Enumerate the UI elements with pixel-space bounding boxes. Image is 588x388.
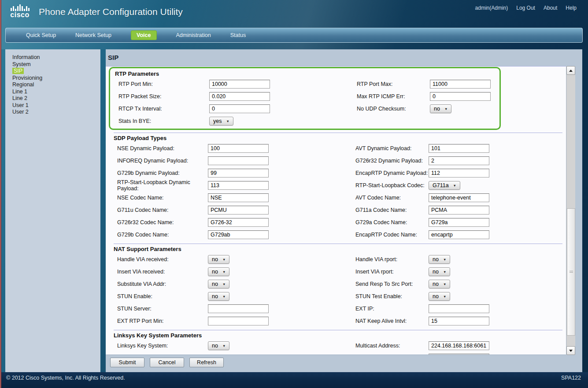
ext-rtp-port-min-input[interactable]: [208, 317, 269, 325]
g729a-codec-name-input[interactable]: [429, 218, 489, 227]
no-udp-checksum-select[interactable]: no▼: [430, 104, 451, 113]
g711u-codec-name-input[interactable]: [208, 206, 269, 214]
vertical-scrollbar[interactable]: [566, 66, 575, 355]
section-title: Linksys Key System Parameters: [106, 330, 566, 340]
substitute-via-addr-select[interactable]: no▼: [208, 280, 229, 288]
nse-codec-name-input[interactable]: [208, 193, 269, 202]
rtcp-tx-interval-input[interactable]: [209, 104, 270, 113]
field-input[interactable]: [429, 354, 489, 355]
rtp-start-loopback-codec-select[interactable]: G711a▼: [429, 181, 460, 190]
nat-keep-alive-intvl-label: NAT Keep Alive Intvl:: [355, 318, 429, 324]
rtp-port-min-input[interactable]: [209, 80, 270, 89]
form-row: Stats In BYE:yes▼: [110, 115, 499, 127]
field-cell: no▼: [208, 267, 355, 276]
refresh-button[interactable]: Refresh: [189, 358, 224, 367]
tab-administration[interactable]: Administration: [166, 32, 221, 38]
select-value: yes: [213, 118, 222, 124]
stun-enable-select[interactable]: no▼: [208, 292, 229, 301]
field-select[interactable]: ▼: [208, 355, 223, 355]
sidebar-item-label: Information: [12, 54, 40, 60]
stats-in-bye-select[interactable]: yes▼: [209, 117, 233, 126]
log-out-link[interactable]: Log Out: [516, 5, 535, 11]
dropdown-arrow-icon: ▼: [443, 282, 446, 286]
sidebar-item-line-1[interactable]: Line 1: [5, 89, 100, 96]
scrollbar-track[interactable]: [566, 75, 575, 346]
scrollbar-thumb[interactable]: [567, 208, 575, 336]
field-cell: [208, 193, 355, 202]
insert-via-received-select[interactable]: no▼: [208, 267, 229, 276]
nat-keep-alive-intvl-input[interactable]: [429, 317, 489, 325]
stun-server-input[interactable]: [208, 304, 269, 313]
field-cell: [208, 206, 355, 214]
g729b-dynamic-payload-input[interactable]: [208, 169, 269, 177]
tab-voice[interactable]: Voice: [131, 30, 156, 40]
encaprtp-dynamic-payload-input[interactable]: [429, 169, 489, 177]
arrow-up-icon: [569, 70, 573, 72]
sidebar-item-sip[interactable]: SIP: [5, 68, 100, 75]
sidebar-item-label: Provisioning: [12, 75, 42, 81]
help-link[interactable]: Help: [566, 5, 577, 11]
handle-via-rport-select[interactable]: no▼: [429, 255, 450, 264]
sidebar-item-provisioning[interactable]: Provisioning: [5, 75, 100, 82]
tab-network-setup[interactable]: Network Setup: [66, 32, 121, 38]
form-row: RTP Packet Size:Max RTP ICMP Err:: [110, 90, 499, 103]
g729b-codec-name-input[interactable]: [208, 230, 269, 239]
max-rtp-icmp-err-input[interactable]: [430, 92, 491, 101]
sidebar-item-line-2[interactable]: Line 2: [5, 95, 100, 102]
insert-via-received-label: Insert VIA received:: [117, 269, 208, 275]
cancel-button[interactable]: Cancel: [150, 358, 184, 367]
submit-button[interactable]: Submit: [110, 358, 144, 367]
rtp-port-max-input[interactable]: [430, 80, 491, 89]
send-resp-to-src-port-select[interactable]: no▼: [429, 280, 450, 288]
g711a-codec-name-input[interactable]: [429, 206, 489, 214]
avt-dynamic-payload-label: AVT Dynamic Payload:: [355, 145, 429, 152]
g726r32-dynamic-payload-label: G726r32 Dynamic Payload:: [355, 158, 429, 164]
sidebar-item-user-1[interactable]: User 1: [5, 102, 100, 109]
sidebar: InformationSystemSIPProvisioningRegional…: [5, 49, 100, 372]
field-cell: [429, 169, 566, 177]
multicast-address-input[interactable]: [429, 341, 489, 350]
tab-quick-setup[interactable]: Quick Setup: [16, 32, 66, 38]
stun-test-enable-label: STUN Test Enable:: [355, 293, 429, 299]
avt-codec-name-input[interactable]: [429, 193, 489, 202]
dropdown-arrow-icon: ▼: [443, 270, 446, 274]
scroll-down-button[interactable]: [566, 346, 575, 355]
g726r32-codec-name-input[interactable]: [208, 218, 269, 227]
rtp-start-loopback-dynamic-payload-input[interactable]: [208, 181, 269, 190]
sidebar-item-regional[interactable]: Regional: [5, 81, 100, 89]
avt-dynamic-payload-input[interactable]: [429, 144, 489, 153]
dropdown-arrow-icon: ▼: [222, 282, 226, 286]
window-edge: [0, 0, 1, 388]
dropdown-arrow-icon: ▼: [444, 107, 447, 111]
sidebar-item-user-2[interactable]: User 2: [5, 109, 100, 116]
about-link[interactable]: About: [544, 5, 557, 11]
insert-via-rport-select[interactable]: no▼: [429, 267, 450, 276]
sidebar-item-label: SIP: [12, 68, 24, 74]
sidebar-item-information[interactable]: Information: [5, 54, 100, 61]
rtp-start-loopback-codec-label: RTP-Start-Loopback Codec:: [355, 182, 429, 188]
linksys-key-system-select[interactable]: no▼: [208, 341, 229, 350]
sidebar-item-label: User 1: [12, 102, 29, 108]
field-cell: no▼: [429, 280, 566, 288]
form-row: NSE Codec Name:AVT Codec Name:: [106, 192, 566, 204]
linksys-key-system-label: Linksys Key System:: [117, 343, 208, 349]
stun-test-enable-select[interactable]: no▼: [429, 292, 450, 301]
field-cell: [209, 104, 357, 113]
ext-ip-input[interactable]: [429, 304, 489, 313]
handle-via-received-label: Handle VIA received:: [117, 256, 208, 262]
tab-status[interactable]: Status: [221, 32, 255, 38]
rtp-packet-size-input[interactable]: [209, 92, 270, 101]
form-panel: RTP ParametersRTP Port Min:RTP Port Max:…: [106, 66, 566, 355]
nse-dynamic-payload-input[interactable]: [208, 144, 269, 153]
inforeq-dynamic-payload-input[interactable]: [208, 156, 269, 165]
field-cell: [209, 80, 357, 89]
rtp-packet-size-label: RTP Packet Size:: [118, 93, 209, 100]
g726r32-dynamic-payload-input[interactable]: [429, 156, 489, 165]
field-cell: [208, 304, 355, 313]
field-cell: [208, 230, 355, 239]
sidebar-item-system[interactable]: System: [5, 61, 100, 68]
scroll-up-button[interactable]: [566, 66, 575, 75]
cisco-logo-bars-icon: [7, 4, 33, 11]
encaprtp-codec-name-input[interactable]: [429, 230, 489, 239]
handle-via-received-select[interactable]: no▼: [208, 255, 229, 264]
